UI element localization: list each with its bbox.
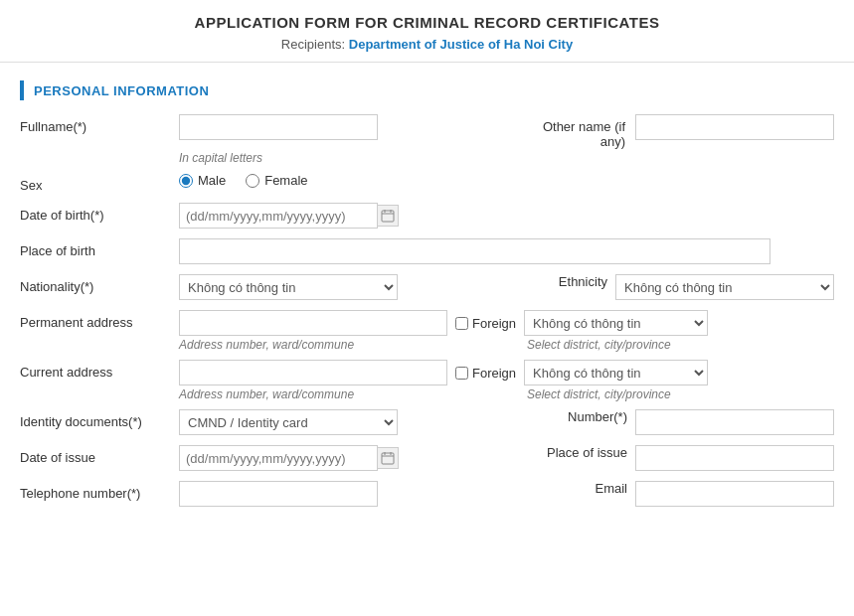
permanent-address-hints: Address number, ward/commune Select dist…: [20, 338, 834, 352]
current-foreign-label: Foreign: [472, 366, 516, 381]
fullname-row: Fullname(*) Other name (if any): [20, 114, 834, 149]
sex-field-col: Male Female: [179, 173, 834, 188]
nationality-row: Nationality(*) Không có thông tin Ethnic…: [20, 274, 834, 300]
id-number-input[interactable]: [635, 409, 834, 435]
page-title: APPLICATION FORM FOR CRIMINAL RECORD CER…: [20, 14, 834, 31]
current-address-input[interactable]: [179, 360, 447, 385]
fullname-label: Fullname(*): [20, 114, 179, 134]
fullname-field-col: [179, 114, 496, 140]
form-area: Fullname(*) Other name (if any) In capit…: [0, 114, 854, 507]
telephone-label: Telephone number(*): [20, 481, 179, 501]
email-input[interactable]: [635, 481, 834, 507]
telephone-field-col: [179, 481, 536, 507]
doi-calendar-icon[interactable]: [377, 447, 399, 469]
pob-label: Place of birth: [20, 238, 179, 258]
current-address-row: Current address Foreign Không có thông t…: [20, 360, 834, 385]
nationality-label: Nationality(*): [20, 274, 179, 294]
section-title-text: PERSONAL INFORMATION: [34, 83, 209, 98]
dob-input[interactable]: [179, 203, 378, 229]
current-address-label: Current address: [20, 360, 179, 380]
ethnicity-label: Ethnicity: [536, 274, 615, 289]
poi-input[interactable]: [635, 445, 834, 471]
permanent-foreign-group: Foreign: [455, 316, 516, 331]
page-header: APPLICATION FORM FOR CRIMINAL RECORD CER…: [0, 0, 854, 63]
recipients-link[interactable]: Department of Justice of Ha Noi City: [349, 37, 573, 52]
id-type-select[interactable]: CMND / Identity card: [179, 409, 398, 435]
dob-label: Date of birth(*): [20, 203, 179, 223]
recipients-label: Recipients:: [281, 37, 345, 52]
permanent-foreign-checkbox[interactable]: [455, 317, 468, 330]
fullname-hint-row: In capital letters: [20, 151, 834, 165]
email-section: Email: [556, 481, 834, 507]
current-city-hint: Select district, city/province: [527, 387, 671, 401]
fullname-input[interactable]: [179, 114, 378, 140]
dob-row: Date of birth(*): [20, 203, 834, 229]
ethnicity-section: Ethnicity Không có thông tin: [536, 274, 834, 300]
sex-male-radio[interactable]: [179, 174, 193, 188]
sex-female-label[interactable]: Female: [246, 173, 307, 188]
current-address-hints: Address number, ward/commune Select dist…: [20, 387, 834, 401]
current-foreign-checkbox[interactable]: [455, 367, 468, 380]
pob-field-col: [179, 238, 834, 264]
nationality-select[interactable]: Không có thông tin: [179, 274, 398, 300]
permanent-address-hint: Address number, ward/commune: [179, 338, 447, 352]
current-city-select[interactable]: Không có thông tin: [524, 360, 708, 385]
sex-label: Sex: [20, 173, 179, 193]
poi-label: Place of issue: [547, 445, 635, 460]
sex-radio-group: Male Female: [179, 173, 308, 188]
permanent-address-label: Permanent address: [20, 310, 179, 330]
othername-section: Other name (if any): [516, 114, 834, 149]
doi-label: Date of issue: [20, 445, 179, 465]
dob-calendar-icon[interactable]: [377, 205, 399, 227]
pob-input[interactable]: [179, 238, 770, 264]
permanent-city-hint: Select district, city/province: [527, 338, 671, 352]
sex-male-text: Male: [198, 173, 226, 188]
permanent-address-row: Permanent address Foreign Không có thông…: [20, 310, 834, 336]
telephone-row: Telephone number(*) Email: [20, 481, 834, 507]
doi-input[interactable]: [179, 445, 378, 471]
svg-rect-0: [382, 211, 394, 222]
permanent-city-select[interactable]: Không có thông tin: [524, 310, 708, 336]
fullname-hint: In capital letters: [179, 151, 262, 165]
sex-male-label[interactable]: Male: [179, 173, 226, 188]
recipients-row: Recipients: Department of Justice of Ha …: [20, 37, 834, 52]
section-title-bar: [20, 80, 24, 100]
id-number-section: Number(*): [556, 409, 834, 435]
ethnicity-select[interactable]: Không có thông tin: [615, 274, 834, 300]
othername-label: Other name (if any): [516, 114, 635, 149]
sex-female-text: Female: [264, 173, 307, 188]
doi-row: Date of issue Place of issue: [20, 445, 834, 471]
pob-row: Place of birth: [20, 238, 834, 264]
id-documents-label: Identity documents(*): [20, 409, 179, 429]
permanent-address-field-col: Foreign Không có thông tin: [179, 310, 834, 336]
othername-input[interactable]: [635, 114, 834, 140]
current-foreign-group: Foreign: [455, 366, 516, 381]
id-documents-row: Identity documents(*) CMND / Identity ca…: [20, 409, 834, 435]
id-number-label: Number(*): [556, 409, 635, 424]
poi-section: Place of issue: [547, 445, 834, 471]
current-address-hint: Address number, ward/commune: [179, 387, 447, 401]
permanent-address-input[interactable]: [179, 310, 447, 336]
doi-field-col: [179, 445, 527, 471]
sex-row: Sex Male Female: [20, 173, 834, 193]
dob-field-col: [179, 203, 834, 229]
id-documents-field-col: CMND / Identity card: [179, 409, 536, 435]
permanent-foreign-label: Foreign: [472, 316, 516, 331]
current-address-field-col: Foreign Không có thông tin: [179, 360, 834, 385]
sex-female-radio[interactable]: [246, 174, 259, 188]
page-container: APPLICATION FORM FOR CRIMINAL RECORD CER…: [0, 0, 854, 507]
svg-rect-4: [382, 453, 394, 464]
telephone-input[interactable]: [179, 481, 378, 507]
email-label: Email: [556, 481, 635, 496]
nationality-field-col: Không có thông tin: [179, 274, 516, 300]
personal-info-section-title: PERSONAL INFORMATION: [20, 80, 834, 100]
